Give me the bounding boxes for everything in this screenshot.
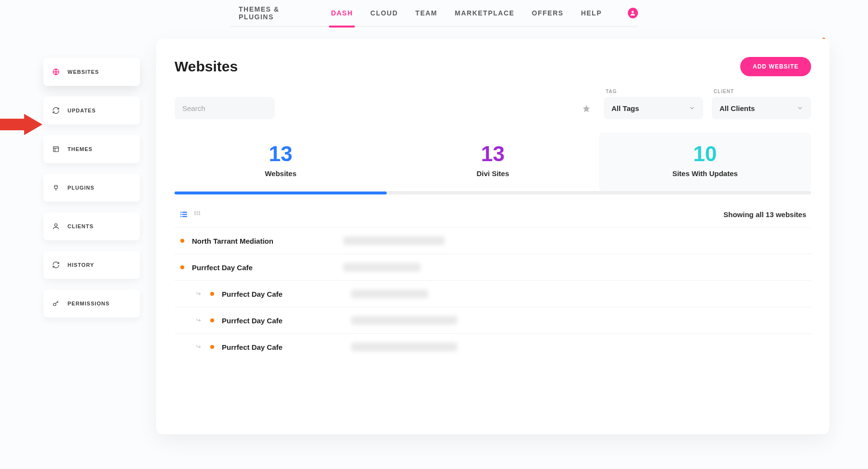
site-name: Purrfect Day Cafe bbox=[222, 290, 339, 298]
svg-point-4 bbox=[54, 224, 57, 226]
svg-rect-16 bbox=[197, 214, 198, 215]
main-panel: Websites ADD WEBSITE TAG All Tags CLIENT bbox=[156, 39, 829, 434]
stat-websites[interactable]: 13 Websites bbox=[175, 133, 387, 191]
stat-label: Websites bbox=[265, 169, 297, 178]
site-url-blurred bbox=[351, 316, 457, 325]
site-url-blurred bbox=[351, 290, 428, 298]
svg-point-0 bbox=[632, 11, 634, 13]
status-dot-icon bbox=[210, 345, 214, 349]
svg-rect-9 bbox=[182, 214, 187, 215]
plug-icon bbox=[52, 184, 60, 192]
nav-offers[interactable]: OFFERS bbox=[523, 0, 572, 27]
status-dot-icon bbox=[210, 318, 214, 322]
sidebar-item-clients[interactable]: CLIENTS bbox=[43, 212, 140, 240]
client-filter-label: CLIENT bbox=[712, 89, 811, 94]
svg-rect-17 bbox=[199, 214, 200, 215]
sidebar-item-websites[interactable]: WEBSITES bbox=[43, 58, 140, 86]
sidebar-item-permissions[interactable]: PERMISSIONS bbox=[43, 290, 140, 317]
sidebar-item-label: WEBSITES bbox=[68, 69, 99, 75]
top-nav: THEMES & PLUGINS DASH CLOUD TEAM MARKETP… bbox=[230, 0, 638, 27]
tag-select[interactable]: All Tags bbox=[604, 97, 703, 119]
tag-select-value: All Tags bbox=[611, 104, 639, 112]
search-input[interactable] bbox=[175, 97, 275, 119]
svg-rect-7 bbox=[182, 212, 187, 213]
sidebar-item-label: THEMES bbox=[68, 146, 93, 152]
key-icon bbox=[52, 300, 60, 307]
page-title: Websites bbox=[175, 58, 238, 75]
tag-filter-label: TAG bbox=[604, 89, 703, 94]
site-name: Purrfect Day Cafe bbox=[222, 343, 339, 351]
site-url-blurred bbox=[343, 236, 445, 245]
layout-icon bbox=[52, 145, 60, 153]
nested-indicator-icon bbox=[180, 317, 203, 324]
nested-indicator-icon bbox=[180, 344, 203, 350]
stat-value: 10 bbox=[693, 143, 717, 165]
svg-rect-12 bbox=[194, 211, 196, 213]
stat-value: 13 bbox=[269, 143, 293, 165]
nested-indicator-icon bbox=[180, 290, 203, 297]
site-name: Purrfect Day Cafe bbox=[222, 317, 339, 325]
favorite-filter-icon[interactable] bbox=[582, 104, 591, 113]
stat-value: 13 bbox=[481, 143, 505, 165]
svg-point-5 bbox=[54, 303, 56, 305]
nav-team[interactable]: TEAM bbox=[407, 0, 446, 27]
chevron-down-icon bbox=[689, 105, 695, 111]
svg-rect-11 bbox=[182, 216, 187, 217]
sidebar-item-label: UPDATES bbox=[68, 108, 96, 113]
client-select[interactable]: All Clients bbox=[712, 97, 811, 119]
table-row[interactable]: Purrfect Day Cafe bbox=[175, 333, 811, 360]
table-row[interactable]: Purrfect Day Cafe bbox=[175, 254, 811, 280]
refresh-icon bbox=[52, 107, 60, 114]
nav-cloud[interactable]: CLOUD bbox=[362, 0, 407, 27]
stat-label: Divi Sites bbox=[476, 169, 509, 178]
site-url-blurred bbox=[343, 263, 420, 272]
table-row[interactable]: North Tarrant Mediation bbox=[175, 227, 811, 254]
sidebar-item-themes[interactable]: THEMES bbox=[43, 135, 140, 163]
stat-divi-sites[interactable]: 13 Divi Sites bbox=[387, 133, 599, 191]
nav-themes-plugins[interactable]: THEMES & PLUGINS bbox=[230, 0, 322, 27]
nav-dash[interactable]: DASH bbox=[322, 0, 362, 27]
svg-rect-14 bbox=[199, 211, 200, 213]
sidebar-item-label: HISTORY bbox=[68, 262, 94, 268]
sidebar-item-history[interactable]: HISTORY bbox=[43, 251, 140, 279]
refresh-icon bbox=[52, 261, 60, 269]
add-website-button[interactable]: ADD WEBSITE bbox=[740, 57, 811, 76]
svg-rect-6 bbox=[180, 212, 181, 213]
svg-rect-13 bbox=[197, 211, 198, 213]
nav-help[interactable]: HELP bbox=[572, 0, 610, 27]
client-select-value: All Clients bbox=[719, 104, 755, 112]
site-url-blurred bbox=[351, 343, 457, 351]
sidebar: WEBSITES UPDATES THEMES PLUGINS CLIENTS bbox=[43, 39, 140, 434]
svg-rect-10 bbox=[180, 216, 181, 217]
account-avatar-icon[interactable] bbox=[628, 8, 638, 18]
grid-view-toggle-icon[interactable] bbox=[193, 210, 202, 219]
sidebar-item-label: PLUGINS bbox=[68, 185, 95, 191]
status-dot-icon bbox=[180, 239, 184, 243]
site-name: North Tarrant Mediation bbox=[192, 237, 332, 245]
svg-rect-8 bbox=[180, 214, 181, 215]
table-row[interactable]: Purrfect Day Cafe bbox=[175, 307, 811, 333]
stats-row: 13 Websites 13 Divi Sites 10 Sites With … bbox=[175, 133, 811, 192]
sidebar-item-label: CLIENTS bbox=[68, 223, 94, 229]
stats-underline bbox=[175, 192, 811, 194]
globe-icon bbox=[52, 68, 60, 76]
stat-sites-with-updates[interactable]: 10 Sites With Updates bbox=[599, 133, 811, 191]
user-icon bbox=[52, 222, 60, 230]
status-dot-icon bbox=[180, 265, 184, 269]
sidebar-item-plugins[interactable]: PLUGINS bbox=[43, 174, 140, 202]
svg-rect-15 bbox=[194, 214, 196, 215]
table-row[interactable]: Purrfect Day Cafe bbox=[175, 280, 811, 307]
stat-label: Sites With Updates bbox=[672, 169, 738, 178]
list-view-toggle-icon[interactable] bbox=[179, 210, 188, 219]
chevron-down-icon bbox=[797, 105, 803, 111]
sidebar-item-updates[interactable]: UPDATES bbox=[43, 97, 140, 124]
website-list: North Tarrant Mediation Purrfect Day Caf… bbox=[175, 227, 811, 360]
nav-marketplace[interactable]: MARKETPLACE bbox=[446, 0, 523, 27]
status-dot-icon bbox=[210, 292, 214, 296]
svg-rect-3 bbox=[54, 147, 59, 152]
stats-underline-bar bbox=[175, 192, 387, 194]
site-name: Purrfect Day Cafe bbox=[192, 263, 332, 272]
sidebar-item-label: PERMISSIONS bbox=[68, 301, 109, 306]
result-count: Showing all 13 websites bbox=[723, 210, 806, 219]
